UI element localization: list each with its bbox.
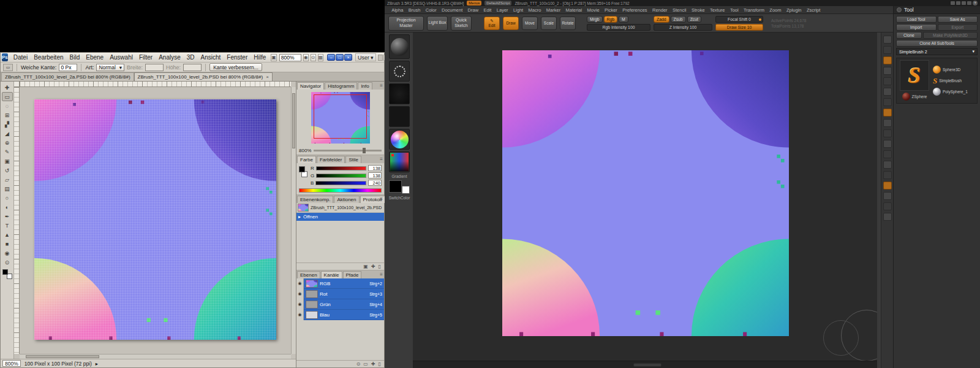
tray-button[interactable] (883, 119, 892, 127)
menu-material[interactable]: Material (563, 7, 584, 13)
menu-transform[interactable]: Transform (741, 7, 767, 13)
tray-button[interactable] (883, 88, 892, 96)
tab-histogramm[interactable]: Histogramm (325, 82, 357, 90)
menu-datei[interactable]: Datei (10, 53, 31, 61)
blue-value[interactable]: 240 (368, 180, 382, 186)
menu-texture[interactable]: Texture (707, 7, 728, 13)
menu-edit[interactable]: Edit (481, 7, 494, 13)
memory-icon[interactable] (956, 1, 960, 5)
vertical-scrollbar[interactable] (291, 87, 296, 354)
crop-tool[interactable]: ▞ (2, 120, 13, 129)
active-tool-slot[interactable]: S (900, 60, 929, 91)
tab-farbfelder[interactable]: Farbfelder (317, 156, 345, 163)
menu-color[interactable]: Color (423, 7, 439, 13)
zoom-icon[interactable]: ⊙ (311, 54, 316, 61)
canvas-scrollbar[interactable] (633, 363, 662, 367)
zadd-button[interactable]: Zadd (654, 16, 669, 23)
normal-map-canvas[interactable] (34, 99, 276, 340)
menu-alpha[interactable]: Alpha (389, 7, 406, 13)
color-spectrum-ramp[interactable] (299, 188, 382, 193)
tray-button[interactable] (883, 36, 892, 44)
hand-tool[interactable]: ◉ (2, 248, 13, 258)
blur-tool[interactable]: ○ (2, 193, 13, 202)
tab-aktionen[interactable]: Aktionen (334, 196, 359, 203)
menu-zplugin[interactable]: Zplugin (784, 7, 804, 13)
eye-icon[interactable]: ◉ (296, 278, 304, 289)
color-panel-swatches[interactable] (299, 165, 308, 185)
tray-button[interactable] (883, 182, 892, 190)
dodge-tool[interactable]: ◐ (2, 202, 13, 212)
tray-button[interactable] (883, 98, 892, 106)
quick-sketch-button[interactable]: Quick Sketch (451, 16, 472, 31)
menu-light[interactable]: Light (511, 7, 526, 13)
tray-button[interactable] (883, 161, 892, 169)
shape-tool[interactable]: ■ (2, 239, 13, 248)
tab-ebenen[interactable]: Ebenen (297, 271, 320, 278)
current-color[interactable] (389, 180, 410, 194)
close-icon[interactable]: × (344, 54, 352, 61)
tray-button[interactable] (883, 140, 892, 148)
clone-stamp-tool[interactable]: ▣ (2, 156, 13, 166)
rotate-button[interactable]: Rotate (560, 17, 576, 30)
tray-button[interactable] (883, 202, 892, 210)
normal-map-document[interactable] (502, 50, 789, 336)
zbrush-canvas[interactable] (413, 33, 877, 361)
tab-stile[interactable]: Stile (345, 156, 361, 163)
eyedropper-tool[interactable]: ◢ (2, 129, 13, 138)
blue-slider[interactable] (315, 181, 366, 185)
load-selection-icon[interactable]: ⊙ (356, 361, 361, 367)
history-brush-tool[interactable]: ↺ (2, 166, 13, 175)
tab-ebenenkomp[interactable]: Ebenenkomp. (297, 196, 333, 203)
panel-menu-icon[interactable]: ≡ (380, 272, 383, 277)
menu-preferences[interactable]: Preferences (620, 7, 650, 13)
height-input[interactable] (183, 64, 202, 71)
alt-color-swatch[interactable] (402, 186, 410, 194)
tray-button[interactable] (883, 192, 892, 200)
menu-layer[interactable]: Layer (494, 7, 511, 13)
brush-tool[interactable]: ✎ (2, 147, 13, 156)
menu-stroke[interactable]: Stroke (689, 7, 707, 13)
focal-shift-slider[interactable]: Focal Shift 0 (715, 16, 763, 23)
pen-tool[interactable]: ✒ (2, 212, 13, 221)
current-tool-icon[interactable]: ▭ (3, 64, 13, 71)
draw-button[interactable]: Draw (503, 17, 519, 30)
menu-3d[interactable]: 3D (184, 53, 198, 61)
quick-selection-tool[interactable]: ⊞ (2, 110, 13, 120)
document-tab-a[interactable]: ZBrush_TTT_100x100_level_2a.PSD bei 800%… (1, 72, 134, 81)
tab-farbe[interactable]: Farbe (297, 156, 316, 163)
navigator-preview[interactable] (296, 90, 384, 146)
color-depth-icon[interactable] (951, 1, 955, 5)
alpha-selector[interactable] (389, 83, 410, 104)
status-arrow-icon[interactable]: ▸ (96, 361, 98, 367)
menu-hilfe[interactable]: Hilfe (251, 53, 269, 61)
main-color-swatch[interactable] (389, 180, 402, 193)
tab-navigator[interactable]: Navigator (297, 82, 324, 90)
move-button[interactable]: Move (522, 17, 538, 30)
tab-info[interactable]: Info (358, 82, 372, 90)
load-tool-button[interactable]: Load Tool (896, 16, 937, 23)
export-button[interactable]: Export (938, 24, 978, 31)
quickpick-sphere3d[interactable]: Sphere3D (933, 65, 975, 74)
menu-render[interactable]: Render (650, 7, 670, 13)
tray-button[interactable] (883, 77, 892, 85)
scale-button[interactable]: Scale (541, 17, 557, 30)
menu-analyse[interactable]: Analyse (156, 53, 184, 61)
eye-icon[interactable]: ◉ (296, 289, 304, 299)
menu-bearbeiten[interactable]: Bearbeiten (31, 53, 66, 61)
texture-selector[interactable] (389, 106, 410, 127)
navigator-proxy-view[interactable] (314, 94, 367, 139)
app-zoom-input[interactable] (279, 54, 301, 61)
foreground-color-swatch[interactable] (2, 269, 8, 275)
status-zoom[interactable]: 800% (2, 360, 21, 367)
draw-size-slider[interactable]: Draw Size 10 (715, 24, 763, 31)
zsub-button[interactable]: Zsub (671, 16, 686, 23)
menu-zscript[interactable]: Zscript (804, 7, 823, 13)
new-document-icon[interactable]: ✚ (371, 264, 375, 269)
horizontal-scrollbar[interactable] (20, 354, 291, 359)
zoom-tool[interactable]: ⊙ (2, 258, 13, 267)
menu-draw[interactable]: Draw (465, 7, 481, 13)
channel-row-rot[interactable]: ◉ Rot Strg+3 (296, 289, 384, 299)
eye-icon[interactable]: ◉ (296, 299, 304, 310)
menu-auswahl[interactable]: Auswahl (107, 53, 136, 61)
eraser-tool[interactable]: ▱ (2, 175, 13, 184)
